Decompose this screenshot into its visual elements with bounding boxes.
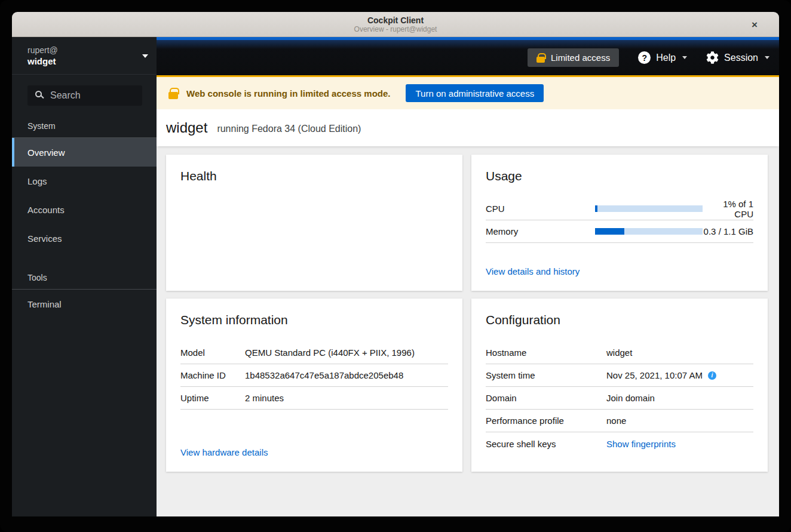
lock-icon	[168, 92, 178, 99]
row-uptime: Uptime 2 minutes	[180, 387, 448, 410]
row-performance-profile: Performance profile none	[486, 410, 753, 432]
close-icon[interactable]: ×	[752, 19, 758, 29]
row-machine-id: Machine ID 1b48532a647c47e5a187abdce205e…	[180, 364, 448, 387]
info-icon[interactable]: i	[708, 371, 716, 380]
view-hardware-details-link[interactable]: View hardware details	[180, 447, 448, 457]
overview-content: Health Usage CPU 1% of 1 CPU Memory	[157, 146, 779, 516]
row-secure-shell-keys: Secure shell keys Show fingerprints	[486, 432, 753, 455]
lock-icon	[536, 57, 545, 63]
search-icon	[35, 91, 42, 97]
cpu-progress-bar	[595, 205, 703, 212]
system-information-card: System information Model QEMU Standard P…	[166, 299, 462, 472]
main-area: Limited access ? Help Session	[157, 37, 779, 516]
session-menu-button[interactable]: Session	[706, 51, 769, 64]
gear-icon	[706, 51, 719, 64]
sidebar-search	[27, 85, 142, 106]
row-model: Model QEMU Standard PC (i440FX + PIIX, 1…	[180, 342, 448, 364]
host-user: rupert@	[27, 45, 142, 56]
sidebar-nav: System Overview Logs Accounts Services T…	[12, 106, 157, 318]
caret-down-icon	[765, 56, 769, 59]
chevron-down-icon	[142, 54, 148, 58]
alert-text: Web console is running in limited access…	[186, 88, 390, 99]
host-name: widget	[27, 56, 142, 67]
page-title: widget	[166, 119, 207, 136]
card-title: Health	[180, 169, 448, 183]
host-switcher[interactable]: rupert@ widget	[12, 37, 157, 75]
help-icon: ?	[638, 51, 651, 64]
cockpit-client-window: Cockpit Client Overview - rupert@widget …	[12, 12, 779, 516]
health-card: Health	[166, 155, 462, 291]
row-system-time: System time Nov 25, 2021, 10:07 AM i	[486, 364, 753, 387]
row-domain: Domain Join domain	[486, 387, 753, 410]
limited-access-button[interactable]: Limited access	[528, 48, 619, 67]
view-details-history-link[interactable]: View details and history	[486, 266, 753, 276]
usage-row-memory: Memory 0.3 / 1.1 GiB	[486, 220, 753, 243]
turn-on-admin-access-button[interactable]: Turn on administrative access	[406, 84, 544, 102]
sidebar: rupert@ widget System Overview	[12, 37, 157, 516]
sidebar-item-terminal[interactable]: Terminal	[12, 290, 157, 318]
memory-progress-bar	[595, 228, 703, 235]
caret-down-icon	[682, 56, 687, 59]
usage-row-cpu: CPU 1% of 1 CPU	[486, 198, 753, 220]
usage-card: Usage CPU 1% of 1 CPU Memory	[471, 155, 768, 291]
help-menu-button[interactable]: ? Help	[638, 51, 687, 64]
window-title: Cockpit Client	[367, 16, 424, 25]
card-title: Usage	[486, 169, 753, 183]
nav-section-tools: Tools	[12, 273, 157, 283]
os-label: running Fedora 34 (Cloud Edition)	[217, 122, 361, 134]
window-titlebar[interactable]: Cockpit Client Overview - rupert@widget …	[12, 12, 779, 37]
card-title: System information	[180, 313, 448, 327]
nav-section-system: System	[12, 121, 157, 131]
sidebar-item-accounts[interactable]: Accounts	[12, 195, 157, 224]
sidebar-item-logs[interactable]: Logs	[12, 167, 157, 195]
row-hostname: Hostname widget	[486, 342, 753, 364]
window-subtitle: Overview - rupert@widget	[354, 25, 437, 33]
limited-access-alert: Web console is running in limited access…	[157, 75, 779, 109]
sidebar-item-services[interactable]: Services	[12, 224, 157, 253]
desktop-background: Cockpit Client Overview - rupert@widget …	[0, 0, 791, 532]
show-fingerprints-link[interactable]: Show fingerprints	[606, 439, 676, 449]
search-input[interactable]	[27, 85, 142, 106]
configuration-card: Configuration Hostname widget System tim…	[471, 299, 768, 472]
masthead: Limited access ? Help Session	[157, 37, 779, 75]
card-title: Configuration	[486, 313, 753, 327]
page-header: widget running Fedora 34 (Cloud Edition)	[157, 109, 779, 146]
sidebar-item-overview[interactable]: Overview	[12, 138, 157, 167]
